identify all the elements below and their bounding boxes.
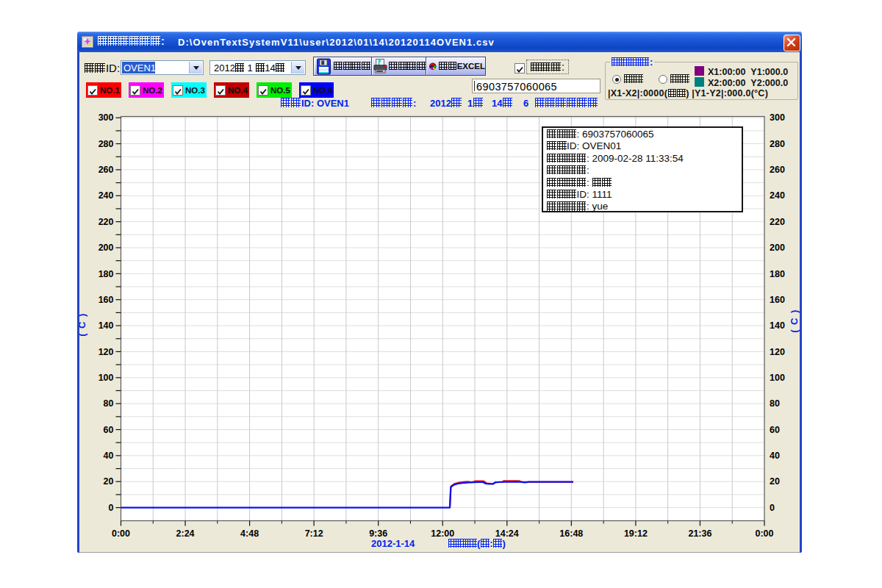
svg-text:260: 260: [770, 165, 785, 175]
svg-text:280: 280: [98, 139, 114, 149]
svg-text:180: 180: [770, 269, 785, 279]
svg-text:(C): (C): [789, 305, 800, 333]
svg-text:4:48: 4:48: [240, 528, 259, 539]
svg-text:60: 60: [770, 425, 780, 435]
svg-text:20: 20: [770, 476, 780, 487]
svg-text:200: 200: [98, 243, 114, 253]
svg-text:19:12: 19:12: [624, 528, 648, 539]
svg-text:7:12: 7:12: [305, 528, 323, 539]
svg-text:140: 140: [770, 320, 785, 331]
svg-text:180: 180: [98, 269, 114, 279]
svg-text:280: 280: [770, 139, 785, 149]
svg-text:80: 80: [104, 398, 114, 409]
svg-text:16:48: 16:48: [559, 528, 583, 539]
svg-text:160: 160: [98, 295, 114, 305]
svg-text:12:00: 12:00: [431, 528, 454, 539]
svg-text:0:00: 0:00: [112, 528, 130, 539]
svg-text:20: 20: [104, 476, 114, 487]
svg-text:300: 300: [770, 112, 785, 123]
svg-text:120: 120: [770, 347, 785, 357]
svg-text:0:00: 0:00: [755, 528, 773, 539]
svg-text:120: 120: [98, 347, 114, 357]
svg-text:100: 100: [98, 373, 114, 383]
svg-text:160: 160: [770, 295, 785, 305]
svg-text:14:24: 14:24: [495, 528, 519, 539]
svg-text:21:36: 21:36: [688, 528, 711, 539]
svg-text:100: 100: [770, 373, 785, 383]
svg-text:240: 240: [770, 190, 785, 201]
svg-text:80: 80: [770, 398, 780, 409]
svg-text:60: 60: [104, 425, 114, 435]
svg-text:40: 40: [770, 451, 780, 461]
svg-text:220: 220: [770, 217, 785, 227]
svg-text:40: 40: [104, 451, 114, 461]
svg-text:140: 140: [98, 320, 114, 331]
svg-text:300: 300: [98, 112, 114, 123]
svg-text:200: 200: [770, 243, 785, 253]
svg-text:9:36: 9:36: [369, 528, 387, 539]
svg-text:(C): (C): [79, 309, 87, 337]
svg-text:240: 240: [98, 190, 114, 201]
svg-text:0: 0: [770, 503, 775, 513]
svg-text:260: 260: [98, 165, 114, 175]
svg-text:2:24: 2:24: [176, 528, 195, 539]
svg-text:0: 0: [109, 503, 114, 513]
svg-text:220: 220: [98, 217, 114, 227]
